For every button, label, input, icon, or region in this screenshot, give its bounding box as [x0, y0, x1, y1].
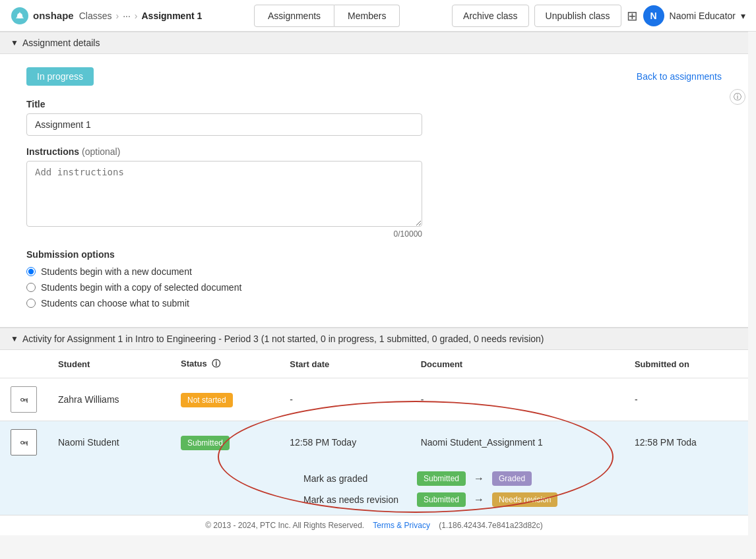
breadcrumb-classes[interactable]: Classes: [79, 11, 112, 21]
breadcrumb: Classes › ··· › Assignment 1: [79, 11, 203, 21]
radio-new-doc[interactable]: [26, 267, 36, 276]
row-icon-cell: On|: [0, 378, 47, 421]
user-avatar: N: [643, 5, 664, 26]
student-doc-icon: On|: [11, 386, 37, 413]
start-date-cell: -: [279, 378, 410, 421]
logo-icon: [11, 7, 29, 25]
popup-to-badge-graded: Graded: [492, 471, 532, 486]
tab-assignments[interactable]: Assignments: [254, 5, 334, 27]
col-start-date: Start date: [279, 350, 410, 378]
arrow-icon: →: [474, 473, 484, 485]
svg-point-1: [17, 13, 22, 18]
title-field-group: Title: [26, 99, 722, 136]
logo[interactable]: onshape: [11, 7, 74, 25]
archive-class-button[interactable]: Archive class: [452, 5, 528, 27]
instructions-textarea[interactable]: [26, 161, 422, 227]
chevron-down-icon: ▾: [741, 11, 745, 21]
activity-table: Student Status ⓘ Start date Document Sub…: [0, 350, 748, 515]
table-row[interactable]: On| Naomi Student Submitted 12:58 PM Tod…: [0, 421, 748, 464]
radio-option-3[interactable]: Students can choose what to submit: [26, 298, 722, 309]
unpublish-class-button[interactable]: Unpublish class: [534, 5, 621, 27]
breadcrumb-dots[interactable]: ···: [123, 11, 131, 21]
char-count: 0/10000: [26, 229, 422, 239]
user-name: Naomi Educator: [670, 11, 736, 21]
footer-terms-link[interactable]: Terms & Privacy: [373, 521, 430, 530]
footer-copyright: © 2013 - 2024, PTC Inc. All Rights Reser…: [205, 521, 364, 530]
footer-build: (1.186.42434.7e841a23d82c): [439, 521, 542, 530]
popup-cell: Mark as graded Submitted → Graded Mark a…: [0, 463, 748, 515]
breadcrumb-sep1: ›: [115, 11, 119, 21]
submitted-on-cell: -: [624, 378, 748, 421]
instructions-optional: (optional): [82, 146, 120, 157]
radio-label-3: Students can choose what to submit: [41, 298, 189, 309]
arrow-icon-2: →: [474, 494, 484, 506]
activity-section-header[interactable]: ▼ Activity for Assignment 1 in Intro to …: [0, 328, 748, 350]
tab-bar: Assignments Members: [254, 5, 400, 27]
status-cell: Submitted: [170, 421, 279, 464]
student-doc-icon: On|: [11, 429, 37, 456]
document-cell: -: [410, 378, 624, 421]
col-document: Document: [410, 350, 624, 378]
details-header: In progress Back to assignments: [26, 67, 722, 86]
mark-revision-label: Mark as needs revision: [303, 494, 409, 505]
chevron-down-icon: ▼: [11, 38, 18, 47]
popup-from-badge-graded[interactable]: Submitted: [417, 471, 466, 486]
start-date-cell: 12:58 PM Today: [279, 421, 410, 464]
student-name-cell: Zahra Williams: [47, 378, 170, 421]
grid-icon[interactable]: ⊞: [627, 8, 638, 24]
col-icon: [0, 350, 47, 378]
col-submitted-on: Submitted on: [624, 350, 748, 378]
nav-right: Archive class Unpublish class ⊞ N Naomi …: [452, 5, 745, 27]
radio-label-1: Students begin with a new document: [41, 266, 192, 277]
assignment-details-panel: In progress Back to assignments Title In…: [0, 54, 748, 328]
info-icon[interactable]: ⓘ: [730, 89, 745, 105]
title-label: Title: [26, 99, 722, 109]
section2-title: Activity for Assignment 1 in Intro to En…: [22, 334, 544, 344]
assignment-details-section-header[interactable]: ▼ Assignment details: [0, 32, 748, 54]
title-input[interactable]: [26, 113, 422, 136]
radio-copy-doc[interactable]: [26, 283, 36, 292]
logo-text: onshape: [33, 10, 74, 21]
student-name-cell: Naomi Student: [47, 421, 170, 464]
document-cell: Naomi Student_Assignment 1: [410, 421, 624, 464]
status-badge-not-started: Not started: [181, 393, 233, 407]
breadcrumb-arrow: ›: [135, 11, 138, 21]
in-progress-badge: In progress: [26, 67, 94, 86]
back-to-assignments-link[interactable]: Back to assignments: [637, 71, 722, 82]
radio-option-2[interactable]: Students begin with a copy of selected d…: [26, 282, 722, 293]
section1-title: Assignment details: [22, 38, 100, 48]
radio-label-2: Students begin with a copy of selected d…: [41, 282, 241, 293]
col-status: Status ⓘ: [170, 350, 279, 378]
breadcrumb-current: Assignment 1: [142, 11, 203, 21]
activity-section: Student Status ⓘ Start date Document Sub…: [0, 350, 748, 515]
nav-left: onshape Classes › ··· › Assignment 1: [11, 7, 202, 25]
table-header-row: Student Status ⓘ Start date Document Sub…: [0, 350, 748, 378]
popup-to-badge-revision: Needs revision: [492, 492, 557, 507]
radio-choose-doc[interactable]: [26, 299, 36, 308]
status-info-icon[interactable]: ⓘ: [212, 359, 220, 368]
status-cell: Not started: [170, 378, 279, 421]
status-badge-submitted: Submitted: [181, 436, 230, 450]
row-icon-cell: On|: [0, 421, 47, 464]
instructions-field-group: Instructions (optional) 0/10000: [26, 146, 722, 239]
submitted-on-cell: 12:58 PM Toda: [624, 421, 748, 464]
mark-graded-item: Mark as graded Submitted → Graded: [303, 471, 735, 486]
submission-options-group: Submission options Students begin with a…: [26, 249, 722, 309]
submission-label: Submission options: [26, 249, 722, 260]
footer: © 2013 - 2024, PTC Inc. All Rights Reser…: [0, 515, 748, 535]
chevron-down-icon-2: ▼: [11, 334, 18, 343]
tab-members[interactable]: Members: [334, 5, 400, 27]
col-student: Student: [47, 350, 170, 378]
top-nav: onshape Classes › ··· › Assignment 1 Ass…: [0, 0, 756, 32]
mark-revision-item: Mark as needs revision Submitted → Needs…: [303, 492, 735, 507]
table-row[interactable]: On| Zahra Williams Not started - - -: [0, 378, 748, 421]
radio-option-1[interactable]: Students begin with a new document: [26, 266, 722, 277]
popup-row: Mark as graded Submitted → Graded Mark a…: [0, 463, 748, 515]
mark-graded-label: Mark as graded: [303, 473, 409, 484]
user-menu[interactable]: N Naomi Educator ▾: [643, 5, 745, 26]
popup-from-badge-revision[interactable]: Submitted: [417, 492, 466, 507]
instructions-label: Instructions (optional): [26, 146, 722, 157]
